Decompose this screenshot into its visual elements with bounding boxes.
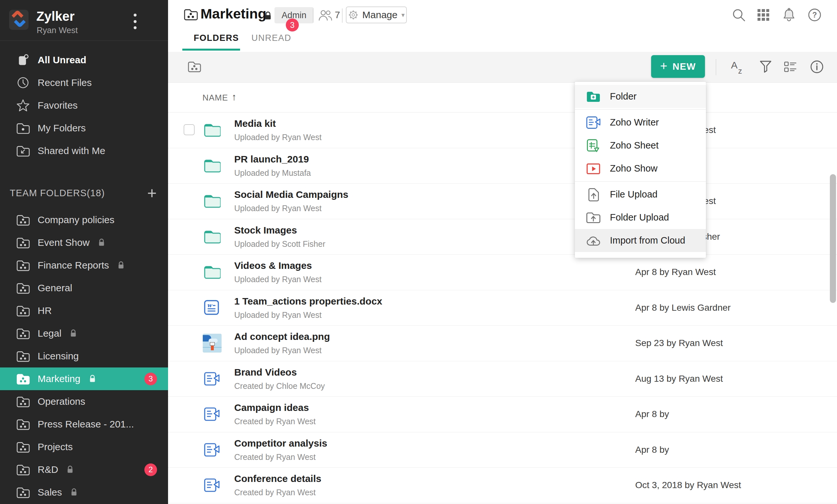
filter-icon[interactable]: [758, 59, 773, 75]
new-dropdown-menu: FolderZoho WriterZoho SheetZoho ShowFile…: [575, 82, 706, 258]
sidebar-item-shared-with-me[interactable]: Shared with Me: [0, 140, 168, 162]
sidebar-item-label: Projects: [38, 442, 73, 452]
name-column-header[interactable]: NAME: [202, 93, 228, 103]
file-subtitle: Uploaded by Mustafa: [234, 168, 311, 178]
file-name[interactable]: 1 Team_actions properties.docx: [234, 296, 382, 307]
main-content: Marketing Admin 7 Manage ▾ ? FOLDERS UNR…: [168, 0, 837, 504]
sidebar-item-favorites[interactable]: Favorites: [0, 94, 168, 117]
list-view-icon[interactable]: [783, 59, 798, 75]
row-checkbox[interactable]: [184, 124, 195, 135]
file-modified: Aug 13 by Ryan West: [635, 374, 723, 384]
sidebar-item-marketing[interactable]: Marketing3: [0, 367, 168, 390]
file-name[interactable]: Social Media Campaigns: [234, 189, 349, 200]
add-team-folder-button[interactable]: +: [147, 186, 157, 199]
sidebar-item-label: Marketing: [38, 373, 81, 384]
file-name[interactable]: Ad concept idea.png: [234, 331, 330, 342]
sidebar-kebab-menu-icon[interactable]: [128, 13, 141, 30]
sidebar-item-hr[interactable]: HR: [0, 299, 168, 322]
menu-item-zoho-writer[interactable]: Zoho Writer: [575, 111, 706, 134]
file-modified: Apr 8 by Lewis Gardner: [635, 303, 731, 313]
file-name[interactable]: PR launch_2019: [234, 154, 309, 165]
notifications-bell-icon[interactable]: [782, 8, 796, 22]
file-name[interactable]: Campaign ideas: [234, 402, 309, 413]
file-subtitle: Uploaded by Ryan West: [234, 133, 321, 142]
sidebar: Zylker Ryan West All UnreadRecent FilesF…: [0, 0, 168, 504]
shared-folder-icon: [16, 144, 30, 157]
members-icon[interactable]: [318, 8, 333, 22]
team-folder-icon: [16, 350, 30, 362]
help-icon[interactable]: ?: [807, 8, 822, 22]
folder-icon: [204, 265, 220, 280]
table-row[interactable]: Campaign ideasCreated by Ryan WestApr 8 …: [168, 397, 837, 432]
table-row[interactable]: PR launch_2019Uploaded by Mustafa: [168, 148, 837, 184]
file-subtitle: Uploaded by Ryan West: [234, 346, 321, 355]
manage-button[interactable]: Manage ▾: [346, 6, 407, 23]
sidebar-item-press-release-201[interactable]: Press Release - 201...: [0, 413, 168, 436]
info-icon[interactable]: [809, 59, 825, 75]
table-row[interactable]: Brand VideosCreated by Chloe McCoyAug 13…: [168, 361, 837, 397]
sidebar-item-my-folders[interactable]: My Folders: [0, 117, 168, 140]
team-folder-icon: [16, 259, 30, 271]
apps-grid-icon[interactable]: [756, 8, 770, 22]
table-row[interactable]: Social Media CampaignsUploaded by Ryan W…: [168, 184, 837, 219]
menu-item-folder[interactable]: Folder: [575, 85, 706, 108]
tab-folders[interactable]: FOLDERS: [194, 33, 239, 43]
menu-item-label: Folder Upload: [610, 212, 669, 223]
sidebar-item-recent-files[interactable]: Recent Files: [0, 71, 168, 94]
menu-item-file-upload[interactable]: File Upload: [575, 183, 706, 206]
table-row[interactable]: Ad concept idea.pngUploaded by Ryan West…: [168, 326, 837, 361]
file-name[interactable]: Stock Images: [234, 225, 297, 236]
sort-ascending-icon[interactable]: ↑: [232, 91, 236, 103]
page-title: Marketing: [200, 6, 266, 22]
menu-item-label: Zoho Sheet: [610, 140, 659, 151]
table-row[interactable]: Competitor analysisCreated by Ryan WestA…: [168, 432, 837, 468]
sidebar-item-label: Licensing: [38, 350, 79, 362]
sidebar-item-sales[interactable]: Sales: [0, 481, 168, 504]
menu-item-zoho-show[interactable]: Zoho Show: [575, 157, 706, 180]
menu-item-folder-upload[interactable]: Folder Upload: [575, 206, 706, 229]
sidebar-item-licensing[interactable]: Licensing: [0, 345, 168, 367]
file-subtitle: Created by Ryan West: [234, 488, 316, 497]
search-icon[interactable]: [732, 8, 746, 22]
sidebar-item-projects[interactable]: Projects: [0, 436, 168, 458]
team-folder-icon: [16, 486, 30, 499]
table-row[interactable]: Conference detailsCreated by Ryan WestOc…: [168, 468, 837, 503]
sidebar-item-legal[interactable]: Legal: [0, 322, 168, 345]
lock-icon: [98, 238, 105, 247]
table-row[interactable]: Media kitUploaded by Ryan WestApr 8 by R…: [168, 112, 837, 148]
sidebar-item-company-policies[interactable]: Company policies: [0, 209, 168, 231]
writer-icon: [204, 442, 220, 457]
sidebar-item-all-unread[interactable]: All Unread: [0, 49, 168, 71]
table-row[interactable]: w1 Team_actions properties.docxUploaded …: [168, 290, 837, 326]
file-name[interactable]: Competitor analysis: [234, 438, 327, 449]
sidebar-item-operations[interactable]: Operations: [0, 390, 168, 413]
team-folder-icon: [16, 373, 30, 385]
new-button[interactable]: + NEW: [651, 55, 705, 78]
file-name[interactable]: Conference details: [234, 473, 321, 484]
divider: [342, 8, 343, 23]
file-name[interactable]: Videos & Images: [234, 260, 312, 271]
table-row[interactable]: Videos & ImagesUploaded by Ryan WestApr …: [168, 255, 837, 290]
import-cloud-icon: [586, 234, 601, 248]
writer-icon: [204, 407, 220, 422]
folder-icon: [204, 123, 220, 138]
file-subtitle: Uploaded by Ryan West: [234, 310, 321, 320]
file-name[interactable]: Media kit: [234, 118, 276, 129]
sidebar-item-event-show[interactable]: Event Show: [0, 231, 168, 254]
sidebar-item-label: Recent Files: [38, 77, 92, 88]
zoho-sheet-icon: [586, 139, 601, 153]
tab-unread[interactable]: UNREAD: [251, 33, 291, 43]
sort-az-icon[interactable]: Az: [729, 59, 745, 75]
sidebar-item-finance-reports[interactable]: Finance Reports: [0, 254, 168, 277]
table-row[interactable]: Stock ImagesUploaded by Scott FisherApr …: [168, 219, 837, 255]
team-folders-label: TEAM FOLDERS(18): [10, 188, 105, 198]
sidebar-item-label: General: [38, 283, 72, 293]
vertical-scrollbar[interactable]: [830, 174, 836, 303]
file-name[interactable]: Brand Videos: [234, 367, 297, 378]
menu-item-import-from-cloud[interactable]: Import from Cloud: [575, 229, 706, 252]
sidebar-item-r-d[interactable]: R&D2: [0, 458, 168, 481]
sidebar-item-label: R&D: [38, 464, 58, 475]
sidebar-item-general[interactable]: General: [0, 277, 168, 299]
menu-item-zoho-sheet[interactable]: Zoho Sheet: [575, 134, 706, 157]
lock-icon: [70, 488, 77, 497]
